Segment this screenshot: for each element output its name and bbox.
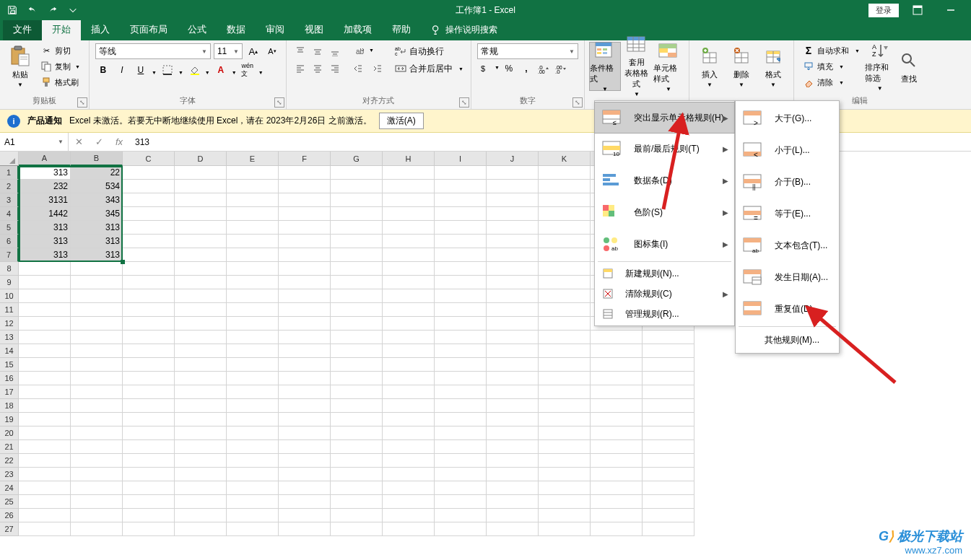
cell[interactable] [487,207,539,221]
cell[interactable] [279,358,331,372]
cell[interactable] [331,385,383,399]
cell[interactable] [71,262,123,276]
activate-button[interactable]: 激活(A) [379,113,424,129]
cell[interactable] [175,399,227,413]
cell[interactable] [539,193,591,207]
submenu-duplicate-values[interactable]: 重复值(D)... [736,293,839,325]
cell[interactable] [591,385,643,399]
cell[interactable] [435,221,487,235]
cell[interactable] [123,495,175,509]
tab-file[interactable]: 文件 [3,19,42,40]
row-header[interactable]: 2 [0,180,19,193]
wrap-text-button[interactable]: abc自动换行 [392,43,466,59]
cell[interactable] [383,193,435,207]
cell[interactable] [227,426,279,440]
cell[interactable] [539,413,591,426]
enter-formula-button[interactable]: ✓ [89,136,109,147]
cell[interactable] [435,248,487,262]
cell[interactable] [591,468,643,481]
cell[interactable] [331,426,383,440]
cell[interactable]: 313 [71,248,123,262]
cell[interactable] [539,166,591,180]
menu-data-bars[interactable]: 数据条(D)▶ [595,165,734,196]
cell[interactable] [123,481,175,495]
row-header[interactable]: 23 [0,468,19,481]
cell[interactable] [175,495,227,509]
alignment-launcher[interactable]: ⤡ [459,97,469,108]
cell[interactable] [435,440,487,454]
cell[interactable] [591,440,643,454]
cell[interactable] [643,344,694,358]
cell[interactable] [331,399,383,413]
cell[interactable] [331,193,383,207]
cell[interactable] [227,221,279,235]
cell[interactable] [19,358,71,372]
row-header[interactable]: 9 [0,276,19,289]
cell[interactable] [539,276,591,289]
cell[interactable] [279,522,331,536]
decrease-decimal-button[interactable]: .00.0 [553,61,569,76]
cell[interactable] [435,468,487,481]
cell[interactable] [435,207,487,221]
cell[interactable] [175,331,227,344]
cell[interactable] [487,372,539,385]
cell[interactable] [487,344,539,358]
cell[interactable] [331,468,383,481]
cell[interactable] [279,276,331,289]
format-painter-button[interactable]: 格式刷 [38,75,83,89]
cell[interactable] [331,413,383,426]
save-button[interactable] [3,1,22,19]
cell[interactable] [19,331,71,344]
tab-data[interactable]: 数据 [217,19,256,40]
cell[interactable] [19,344,71,358]
cell[interactable] [539,426,591,440]
cell[interactable] [539,481,591,495]
cell[interactable]: 313 [71,235,123,248]
cell[interactable] [279,468,331,481]
cell[interactable]: 22 [71,166,123,180]
cell[interactable] [279,481,331,495]
cell[interactable] [71,522,123,536]
cell[interactable] [19,399,71,413]
cell[interactable] [123,522,175,536]
cell[interactable] [19,262,71,276]
cell[interactable] [435,317,487,331]
cell[interactable] [227,509,279,522]
cell[interactable] [227,289,279,303]
sort-filter-button[interactable]: AZ排序和筛选▼ [864,42,896,91]
cell[interactable] [71,426,123,440]
cell[interactable] [71,481,123,495]
cell[interactable] [227,495,279,509]
tell-me-search[interactable]: 操作说明搜索 [421,19,508,40]
cell[interactable] [539,331,591,344]
cell[interactable] [175,193,227,207]
cell[interactable] [227,331,279,344]
cell[interactable] [383,385,435,399]
cell[interactable] [487,399,539,413]
cell[interactable] [539,235,591,248]
submenu-more-rules[interactable]: 其他规则(M)... [736,328,839,351]
menu-color-scales[interactable]: 色阶(S)▶ [595,196,734,228]
submenu-greater-than[interactable]: >大于(G)... [736,102,839,134]
column-header[interactable]: A [19,152,71,166]
cell[interactable] [123,166,175,180]
cell[interactable] [643,454,694,468]
cell[interactable] [487,235,539,248]
cell[interactable] [487,440,539,454]
cell[interactable] [175,385,227,399]
cell[interactable] [331,440,383,454]
cell[interactable] [279,207,331,221]
cell[interactable] [487,468,539,481]
cell[interactable] [279,317,331,331]
menu-highlight-rules[interactable]: ≤ 突出显示单元格规则(H)▶ [594,102,735,134]
insert-function-button[interactable]: fx [109,136,129,147]
cell[interactable] [435,399,487,413]
row-header[interactable]: 1 [0,166,19,180]
cell[interactable] [591,522,643,536]
cell[interactable] [123,317,175,331]
percent-format-button[interactable]: % [501,61,517,76]
cell[interactable] [279,303,331,317]
cell[interactable] [539,372,591,385]
cell[interactable] [279,385,331,399]
cell[interactable] [175,481,227,495]
